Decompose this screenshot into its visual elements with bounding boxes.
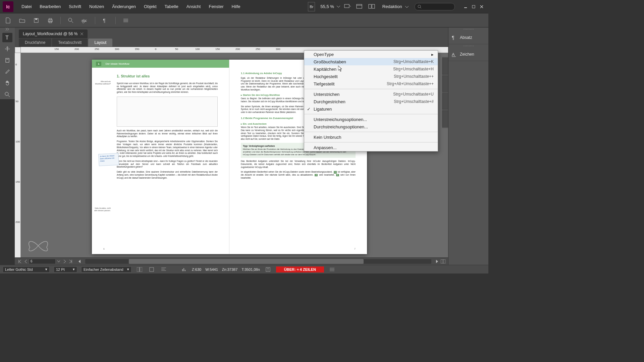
- status-menu-button[interactable]: [328, 265, 336, 274]
- save-button[interactable]: [32, 16, 40, 24]
- menu-anpassen[interactable]: Anpassen...: [304, 144, 438, 151]
- eyedropper-tool[interactable]: [2, 67, 12, 76]
- bridge-button[interactable]: Br: [308, 2, 315, 11]
- menu-notizen[interactable]: Notizen: [85, 0, 108, 13]
- align-button[interactable]: [160, 265, 168, 274]
- menu-kapitaelchen[interactable]: Kapitälchen Strg+Umschalttaste+H: [304, 65, 438, 73]
- menu-bearbeiten[interactable]: Bearbeiten: [36, 0, 65, 13]
- zoom-tool[interactable]: [2, 90, 12, 99]
- panel-collapse-button[interactable]: [448, 44, 488, 48]
- show-invisibles-button[interactable]: ¶: [101, 16, 109, 24]
- menu-item-label: Tiefgestellt: [314, 81, 334, 86]
- panel-absatz[interactable]: ¶ Absatz: [448, 31, 488, 44]
- panel-label: Absatz: [460, 35, 472, 40]
- overset-icon-button[interactable]: T: [264, 265, 272, 274]
- maximize-button[interactable]: [470, 3, 478, 10]
- status-bar: Letter Gothic Std ▾ 12 Pt ▾ Einfacher Ze…: [0, 265, 488, 274]
- last-page-button[interactable]: [68, 258, 74, 264]
- collapsed-panel-3[interactable]: [442, 93, 448, 109]
- menu-aenderungen[interactable]: Änderungen: [108, 0, 140, 13]
- spellcheck-button[interactable]: abc: [81, 16, 89, 24]
- new-doc-button[interactable]: [4, 16, 12, 24]
- view-options-button[interactable]: [343, 2, 352, 11]
- arrange-button[interactable]: [367, 2, 376, 11]
- menu-unterstrichen[interactable]: Unterstrichen Strg+Umschalttaste+U: [304, 90, 438, 98]
- close-tab-button[interactable]: [80, 32, 84, 36]
- menu-tabelle[interactable]: Tabelle: [161, 0, 182, 13]
- close-button[interactable]: [478, 3, 486, 10]
- horizontal-scrollbar[interactable]: [85, 259, 431, 264]
- search-icon: [68, 18, 73, 23]
- panel-collapse-button[interactable]: [448, 27, 488, 31]
- panel-zeichen[interactable]: A Zeichen: [448, 48, 488, 61]
- ruler-tick: 150: [15, 180, 20, 183]
- hand-tool[interactable]: [2, 78, 12, 88]
- tab-textabschnitt[interactable]: Textabschnitt: [52, 39, 88, 47]
- font-family-dropdown[interactable]: Letter Gothic Std ▾: [3, 266, 50, 273]
- tab-druckfahne[interactable]: Druckfahne: [19, 39, 51, 47]
- menu-fenster[interactable]: Fenster: [205, 0, 227, 13]
- leading-dropdown[interactable]: Einfacher Zeilenabstand ▾: [81, 266, 131, 273]
- collapsed-panel-4[interactable]: [442, 111, 448, 127]
- page-number-input[interactable]: [29, 259, 56, 264]
- find-button[interactable]: [67, 16, 75, 24]
- submenu-arrow-icon: ▸: [431, 52, 434, 57]
- menu-objekt[interactable]: Objekt: [140, 0, 161, 13]
- menu-durchgestrichen[interactable]: Durchgestrichen Strg+Umschalttaste+#: [304, 98, 438, 105]
- menu-opentype[interactable]: OpenType ▸: [304, 51, 438, 58]
- menu-grossbuchstaben[interactable]: Großbuchstaben Strg+Umschalttaste+K: [304, 58, 438, 65]
- overset-icon: T: [266, 267, 270, 272]
- screen-mode-button[interactable]: [355, 2, 364, 11]
- menu-item-label: Kein Umbruch: [314, 135, 341, 140]
- text-run: wird bearbeitet,: [319, 174, 335, 176]
- vertical-ruler[interactable]: 0 50 100 150 200: [15, 53, 21, 257]
- running-header: Der ideale Workflow: [105, 62, 129, 65]
- collapsed-panel-2[interactable]: [442, 76, 448, 92]
- menu-hochgestellt[interactable]: Hochgestellt Strg+Umschalttaste++: [304, 73, 438, 80]
- type-tool[interactable]: T: [2, 33, 12, 42]
- scroll-left-button[interactable]: [76, 258, 83, 264]
- page-dropdown-button[interactable]: [56, 258, 62, 264]
- ruler-tick: 300: [276, 48, 280, 51]
- app-icon: Ic: [3, 1, 13, 12]
- scroll-right-button[interactable]: [434, 258, 440, 264]
- watermark-logo: [25, 237, 52, 254]
- menu-ansicht[interactable]: Ansicht: [182, 0, 205, 13]
- status-t: T:3501,08n: [241, 267, 260, 272]
- menu-datei[interactable]: Datei: [17, 0, 36, 13]
- print-button[interactable]: [46, 16, 54, 24]
- first-page-button[interactable]: [17, 258, 23, 264]
- menu-tiefgestellt[interactable]: Tiefgestellt Strg+Alt+Umschalttaste++: [304, 80, 438, 87]
- split-view-button[interactable]: [440, 258, 446, 264]
- prev-page-button[interactable]: [23, 258, 29, 264]
- menu-durchstreichungsoptionen[interactable]: Durchstreichungsoptionen...: [304, 123, 438, 130]
- menu-unterstreichungsoptionen[interactable]: Unterstreichungsoptionen...: [304, 116, 438, 123]
- workspace-switcher[interactable]: Redaktion: [379, 4, 412, 9]
- zoom-dropdown[interactable]: 55,5 %: [318, 4, 340, 9]
- font-size-dropdown[interactable]: 12 Pt ▾: [54, 266, 77, 273]
- note-tool[interactable]: [2, 56, 12, 65]
- tab-layout[interactable]: Layout: [88, 39, 112, 47]
- minimize-button[interactable]: [462, 3, 470, 10]
- menu-separator: [304, 114, 438, 114]
- open-button[interactable]: [18, 16, 26, 24]
- leading-value: Einfacher Zeilenabstand: [84, 267, 123, 272]
- next-page-button[interactable]: [62, 258, 68, 264]
- menu-hilfe[interactable]: Hilfe: [228, 0, 245, 13]
- scrollbar-thumb[interactable]: [129, 259, 364, 264]
- toolbar-menu-button[interactable]: [122, 16, 130, 24]
- stats-icon-button[interactable]: [180, 265, 188, 274]
- collapsed-panel-1[interactable]: [442, 58, 448, 74]
- zoom-icon: [5, 92, 10, 97]
- ruler-tick: 50: [175, 48, 178, 51]
- columns-button[interactable]: [136, 265, 144, 274]
- document-tab[interactable]: Layout_Workflow.indd @ 56 %: [19, 29, 88, 38]
- help-search[interactable]: [415, 3, 455, 10]
- frame-button[interactable]: [148, 265, 156, 274]
- ruler-origin[interactable]: [15, 47, 21, 53]
- menu-kein-umbruch[interactable]: Kein Umbruch: [304, 133, 438, 141]
- menu-ligaturen[interactable]: ✓ Ligaturen: [304, 105, 438, 113]
- menu-schrift[interactable]: Schrift: [65, 0, 85, 13]
- expand-tools-button[interactable]: [0, 27, 15, 31]
- position-tool[interactable]: [2, 44, 12, 54]
